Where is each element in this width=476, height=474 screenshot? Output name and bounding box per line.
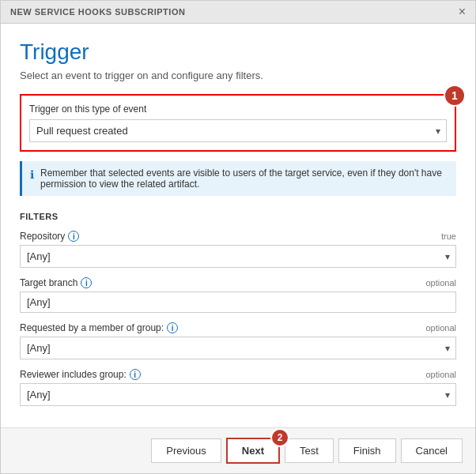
info-icon: ℹ: [30, 168, 34, 190]
filter-repository-label-row: Repository i true: [20, 231, 456, 242]
requested-by-select[interactable]: [Any]: [20, 337, 456, 359]
filter-requested-by-label-row: Requested by a member of group: i option…: [20, 322, 456, 333]
repository-info-icon[interactable]: i: [68, 231, 79, 242]
close-button[interactable]: ×: [459, 6, 466, 18]
event-type-select-wrapper: Pull request created Code pushed Build c…: [29, 119, 447, 142]
cancel-button[interactable]: Cancel: [401, 438, 463, 463]
filter-requested-by-label: Requested by a member of group: i: [20, 322, 178, 333]
page-subtitle: Select an event to trigger on and config…: [20, 70, 456, 81]
page-title: Trigger: [20, 40, 456, 65]
step-badge-1: 1: [444, 85, 466, 107]
filter-reviewer-group: Reviewer includes group: i optional [Any…: [20, 369, 456, 406]
filter-repository-label: Repository i: [20, 231, 79, 242]
info-text: Remember that selected events are visibl…: [40, 167, 448, 190]
filter-target-branch-label-row: Target branch i optional: [20, 277, 456, 288]
target-branch-optional: optional: [425, 278, 456, 288]
dialog-title: NEW SERVICE HOOKS SUBSCRIPTION: [10, 7, 185, 17]
filter-requested-by: Requested by a member of group: i option…: [20, 322, 456, 359]
reviewer-group-optional: optional: [425, 370, 456, 379]
repository-select-wrapper: [Any] ▾: [20, 245, 456, 268]
dialog-header: NEW SERVICE HOOKS SUBSCRIPTION ×: [1, 1, 475, 24]
filter-target-branch: Target branch i optional: [20, 277, 456, 313]
dialog: NEW SERVICE HOOKS SUBSCRIPTION × Trigger…: [0, 0, 476, 474]
event-type-section: 1 Trigger on this type of event Pull req…: [20, 94, 456, 152]
next-button[interactable]: Next 2: [226, 438, 280, 464]
test-button[interactable]: Test: [285, 438, 334, 463]
finish-button[interactable]: Finish: [338, 438, 396, 463]
filter-repository: Repository i true [Any] ▾: [20, 231, 456, 268]
requested-by-select-wrapper: [Any] ▾: [20, 337, 456, 359]
target-branch-input[interactable]: [20, 292, 456, 313]
filter-target-branch-label: Target branch i: [20, 277, 92, 288]
info-box: ℹ Remember that selected events are visi…: [20, 161, 456, 196]
reviewer-group-info-icon[interactable]: i: [130, 369, 141, 380]
target-branch-info-icon[interactable]: i: [81, 277, 92, 288]
event-type-label: Trigger on this type of event: [29, 103, 447, 115]
repository-optional: true: [441, 231, 456, 241]
dialog-footer: Previous Next 2 Test Finish Cancel: [1, 427, 475, 473]
event-type-select[interactable]: Pull request created Code pushed Build c…: [29, 119, 447, 142]
requested-by-info-icon[interactable]: i: [167, 322, 178, 333]
repository-select[interactable]: [Any]: [20, 245, 456, 268]
filter-reviewer-group-label: Reviewer includes group: i: [20, 369, 141, 380]
step-badge-2: 2: [270, 428, 289, 447]
filters-title: FILTERS: [20, 212, 456, 221]
filter-reviewer-group-label-row: Reviewer includes group: i optional: [20, 369, 456, 380]
dialog-body: Trigger Select an event to trigger on an…: [1, 24, 475, 427]
reviewer-group-select[interactable]: [Any]: [20, 383, 456, 406]
reviewer-group-select-wrapper: [Any] ▾: [20, 383, 456, 406]
previous-button[interactable]: Previous: [151, 438, 221, 463]
requested-by-optional: optional: [425, 323, 456, 333]
